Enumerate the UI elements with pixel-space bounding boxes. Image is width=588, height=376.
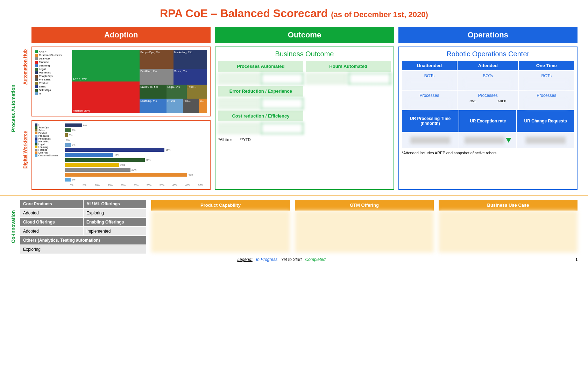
ops-mv-1 [410, 137, 450, 144]
tm-sales: Sales, 5% [173, 69, 207, 85]
ops-mv-2 [465, 137, 504, 144]
panel-outcome: Business Outcome Processes Automated Err… [215, 47, 394, 190]
header-adoption: Adoption [31, 27, 211, 43]
card-product-capability: Product Capability [151, 200, 290, 254]
out-ha-2 [349, 73, 391, 84]
tm-it: IT, 2% [167, 99, 183, 113]
outcome-footnotes: *All time **YTD [218, 137, 303, 142]
status-table: Core Products AI / ML Offerings Adopted … [20, 200, 146, 254]
ops-col-attended: Attended [458, 61, 518, 70]
tm-presales: Pre… [183, 99, 199, 113]
column-operations: Operations Robotic Operations Center Una… [398, 27, 578, 190]
tm-legal: Legal, 3% [167, 85, 187, 99]
ops-metrics: UR Processing Time (h/month) UR Exceptio… [402, 110, 574, 148]
ops-col-unattended: Unattended [402, 61, 457, 70]
page-number: 1 [575, 258, 578, 262]
out-err-2 [261, 98, 303, 109]
ops-bots-1-val [408, 80, 451, 89]
section-label-coinnovation: Co-Innovation [10, 200, 18, 254]
ops-mv-3 [526, 137, 566, 144]
tm-learning: Learning, 4% [140, 99, 167, 113]
tm-product: Prod… [187, 85, 207, 99]
top-section: Process Automation Automation Hub Digita… [10, 27, 578, 190]
panel-automation-hub: AREPCustomerSuccessDealHubFinanceLearnin… [31, 47, 211, 116]
treemap-chart: AREP, 27% Finance, 27% PeopleOps, 8% Mar… [72, 50, 207, 113]
yc-h-2: GTM Offering [295, 200, 434, 211]
out-cost-2 [261, 123, 303, 134]
yc-h-3: Business Use Case [439, 200, 578, 211]
ops-proc-2-label: Processes [459, 92, 517, 99]
ops-metric-3: UR Change Requests [517, 110, 574, 132]
yc-body-3 [439, 211, 578, 253]
section-divider [0, 195, 588, 196]
out-pa-1 [218, 73, 260, 84]
panel-label-automation-hub[interactable]: Automation Hub [22, 27, 29, 107]
tm-peopleops: PeopleOps, 8% [140, 50, 173, 69]
section-label-process-automation: Process Automation [10, 85, 20, 132]
header-outcome: Outcome [215, 27, 394, 43]
title-sub: (as of December 1st, 2020) [331, 10, 428, 19]
ops-proc-split: CoEAREP [459, 99, 517, 103]
legend-label: Legend: [237, 257, 252, 262]
ops-table: Unattended Attended One Time BOTs BOTs B… [402, 61, 574, 109]
outcome-grid: Processes Automated Error Reduction / Ex… [218, 61, 390, 142]
out-cost-1 [218, 123, 260, 134]
bottom-content: Core Products AI / ML Offerings Adopted … [20, 200, 578, 254]
barchart-legend: ITSalesOpsSalesProductPre-salesPeopleOps… [35, 123, 63, 186]
down-triangle-icon [506, 138, 511, 143]
yc-body-2 [295, 211, 434, 253]
note-ytd: **YTD [240, 137, 251, 142]
note-alltime: *All time [218, 137, 232, 142]
out-pa-2 [261, 73, 303, 84]
bottom-section: Co-Innovation Core Products AI / ML Offe… [10, 200, 578, 254]
yc-body-1 [151, 211, 290, 253]
column-adoption: Adoption AREPCustomerSuccessDealHubFinan… [31, 27, 211, 190]
legend-yet-to-start: Yet to Start [281, 257, 302, 262]
ops-metric-2: UR Exception rate [459, 110, 516, 132]
panel-label-digital-workforce[interactable]: Digital Workforce [22, 110, 29, 190]
out-err-1 [218, 98, 260, 109]
legend-in-progress: In Progress [256, 257, 277, 262]
page-title: RPA CoE – Balanced Scorecard (as of Dece… [10, 7, 578, 20]
treemap-legend: AREPCustomerSuccessDealHubFinanceLearnin… [35, 50, 70, 113]
yc-h-1: Product Capability [151, 200, 290, 211]
st-v-core: Adopted [20, 209, 83, 217]
columns: Adoption AREPCustomerSuccessDealHubFinan… [31, 27, 578, 190]
tm-marketing: Marketing, 7% [173, 50, 207, 69]
barchart-wrap: ITSalesOpsSalesProductPre-salesPeopleOps… [35, 123, 207, 186]
st-v-cloud: Adopted [20, 227, 83, 235]
left-labels: Process Automation [10, 27, 20, 190]
outcome-title: Business Outcome [218, 50, 390, 58]
ops-metric-1: UR Processing Time (h/month) [402, 110, 459, 132]
treemap-wrap: AREPCustomerSuccessDealHubFinanceLearnin… [35, 50, 207, 113]
barchart: 6%2%1%0%2%35%17%28%19%23%43%2%0%5%10%15%… [65, 123, 207, 186]
legend-completed: Completed [305, 257, 326, 262]
column-outcome: Outcome Business Outcome Processes Autom… [215, 27, 394, 190]
st-h-enabling: Enabling Offerings [84, 218, 146, 226]
ops-proc-1-label: Processes [403, 92, 456, 99]
ops-proc-3-label: Processes [520, 92, 573, 99]
ops-proc-3-val [525, 99, 568, 108]
st-v-ai: Exploring [84, 209, 146, 217]
ops-bots-2-val [465, 80, 511, 89]
out-head-cost: Cost reduction / Efficiency [218, 111, 303, 121]
ops-bots-3-label: BOTs [520, 72, 573, 80]
out-head-pa: Processes Automated [218, 61, 303, 72]
legend: Legend: In Progress Yet to Start Complet… [237, 257, 325, 262]
panel-operations: Robotic Operations Center Unattended Att… [398, 47, 578, 190]
out-head-ha: Hours Automated [306, 61, 391, 72]
tm-cs: C… [199, 99, 207, 113]
st-v-others: Exploring [20, 245, 146, 254]
ops-bots-1-label: BOTs [403, 72, 456, 80]
tm-salesops: SalesOps, 5% [140, 85, 167, 99]
tm-finance: Finance, 27% [72, 81, 140, 113]
header-operations: Operations [398, 27, 578, 43]
st-h-ai: AI / ML Offerings [84, 200, 146, 208]
out-ha-1 [306, 73, 347, 84]
ops-col-onetime: One Time [519, 61, 574, 70]
st-v-enabling: Implemented [84, 227, 146, 235]
page-footer: Legend: In Progress Yet to Start Complet… [10, 257, 578, 262]
card-business-use-case: Business Use Case [439, 200, 578, 254]
ops-footnote: *Attended includes AREP and snapshot of … [402, 151, 574, 155]
card-gtm-offering: GTM Offering [295, 200, 434, 254]
